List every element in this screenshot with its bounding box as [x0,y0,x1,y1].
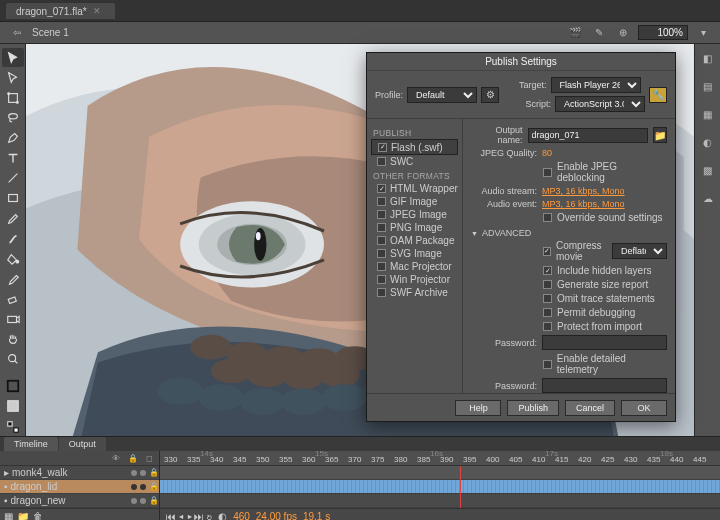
properties-panel-icon[interactable]: ◧ [700,50,716,66]
layer-track[interactable] [160,480,720,494]
new-layer-icon[interactable]: ▦ [4,511,13,520]
lasso-tool[interactable] [2,108,24,127]
eye-icon[interactable]: 👁 [112,454,120,463]
clapboard-icon[interactable]: 🎬 [566,25,584,41]
align-panel-icon[interactable]: ▦ [700,106,716,122]
swap-colors[interactable] [2,417,24,436]
deblock-checkbox[interactable] [543,168,552,177]
format-flash[interactable]: ✓Flash (.swf) [371,139,458,155]
lock-icon[interactable]: 🔒 [128,454,138,463]
protect-label: Protect from import [557,321,642,332]
output-name-field[interactable] [528,128,648,143]
frame-ruler[interactable]: 3303353403453503553603653703753803853903… [160,451,720,466]
format-mac[interactable]: Mac Projector [371,260,458,273]
format-swc[interactable]: SWC [371,155,458,168]
jpeg-quality-value[interactable]: 80 [542,148,552,158]
omit-trace-checkbox[interactable] [543,294,552,303]
format-html[interactable]: ✓HTML Wrapper [371,182,458,195]
format-oam[interactable]: OAM Package [371,234,458,247]
size-report-checkbox[interactable] [543,280,552,289]
format-win[interactable]: Win Projector [371,273,458,286]
scene-icon[interactable]: ⇦ [8,25,26,41]
audio-event-link[interactable]: MP3, 16 kbps, Mono [542,199,625,209]
compress-checkbox[interactable]: ✓ [543,247,551,256]
eraser-tool[interactable] [2,290,24,309]
symbol-icon[interactable]: ⊕ [614,25,632,41]
document-tab[interactable]: dragon_071.fla* ✕ [6,3,115,19]
pen-tool[interactable] [2,129,24,148]
script-select[interactable]: ActionScript 3.0 [555,96,645,112]
svg-point-27 [283,365,324,390]
target-select[interactable]: Flash Player 26 [551,77,641,93]
eyedropper-tool[interactable] [2,269,24,288]
free-transform-tool[interactable] [2,88,24,107]
ok-button[interactable]: OK [621,400,667,416]
svg-point-19 [190,335,231,360]
color-panel-icon[interactable]: ◐ [700,134,716,150]
brush-tool[interactable] [2,229,24,248]
svg-point-1 [7,93,9,95]
swatches-panel-icon[interactable]: ▩ [700,162,716,178]
rectangle-tool[interactable] [2,189,24,208]
permit-debug-checkbox[interactable] [543,308,552,317]
onion-skin-icon[interactable]: ◐ [218,511,227,520]
profile-select[interactable]: Default [407,87,477,103]
layer-track[interactable] [160,466,720,480]
hidden-layers-checkbox[interactable]: ✓ [543,266,552,275]
publish-button[interactable]: Publish [507,400,559,416]
protect-checkbox[interactable] [543,322,552,331]
layer-row[interactable]: ▸monk4_walk🔒 [0,466,159,480]
help-button[interactable]: Help [455,400,501,416]
format-jpeg[interactable]: JPEG Image [371,208,458,221]
paint-bucket-tool[interactable] [2,249,24,268]
edit-scene-icon[interactable]: ✎ [590,25,608,41]
svg-rect-12 [13,427,17,431]
playback-icons[interactable]: ⏮ ◀ ▶ ⏭ ↻ [166,511,212,520]
dialog-title: Publish Settings [367,53,675,71]
format-swf-archive[interactable]: SWF Archive [371,286,458,299]
zoom-field[interactable]: 100% [638,25,688,40]
pencil-tool[interactable] [2,209,24,228]
svg-rect-11 [7,421,11,425]
selection-tool[interactable] [2,48,24,67]
layer-row[interactable]: ▪dragon_new🔒 [0,494,159,508]
format-png[interactable]: PNG Image [371,221,458,234]
tab-output[interactable]: Output [59,437,106,451]
layer-row[interactable]: ▪dragon_lid🔒 [0,480,159,494]
override-sound-checkbox[interactable] [543,213,552,222]
frame-area[interactable]: 3303353403453503553603653703753803853903… [160,451,720,520]
browse-icon[interactable]: 📁 [653,127,667,143]
current-frame[interactable]: 460 [233,511,250,520]
layer-track[interactable] [160,494,720,508]
zoom-dropdown-icon[interactable]: ▾ [694,25,712,41]
line-tool[interactable] [2,169,24,188]
telemetry-checkbox[interactable] [543,360,552,369]
camera-tool[interactable] [2,310,24,329]
audio-stream-link[interactable]: MP3, 16 kbps, Mono [542,186,625,196]
new-folder-icon[interactable]: 📁 [17,511,29,520]
stroke-color[interactable] [2,377,24,396]
format-svg[interactable]: SVG Image [371,247,458,260]
svg-point-33 [322,384,367,411]
text-tool[interactable] [2,149,24,168]
scene-label[interactable]: Scene 1 [32,27,69,38]
library-panel-icon[interactable]: ▤ [700,78,716,94]
format-gif[interactable]: GIF Image [371,195,458,208]
cancel-button[interactable]: Cancel [565,400,615,416]
delete-layer-icon[interactable]: 🗑 [33,511,43,520]
zoom-tool[interactable] [2,350,24,369]
hand-tool[interactable] [2,330,24,349]
outline-icon[interactable]: ◻ [146,454,153,463]
subselection-tool[interactable] [2,68,24,87]
fill-color[interactable] [2,397,24,416]
close-icon[interactable]: ✕ [93,6,101,16]
tab-timeline[interactable]: Timeline [4,437,58,451]
fps-display[interactable]: 24.00 fps [256,511,297,520]
advanced-section[interactable]: ADVANCED [471,228,667,238]
compress-label: Compress movie [556,240,603,262]
cc-panel-icon[interactable]: ☁ [700,190,716,206]
profile-options-icon[interactable]: ⚙ [481,87,499,103]
playhead[interactable] [460,466,461,508]
compress-select[interactable]: Deflate [612,243,667,259]
wrench-icon[interactable]: 🔧 [649,87,667,103]
